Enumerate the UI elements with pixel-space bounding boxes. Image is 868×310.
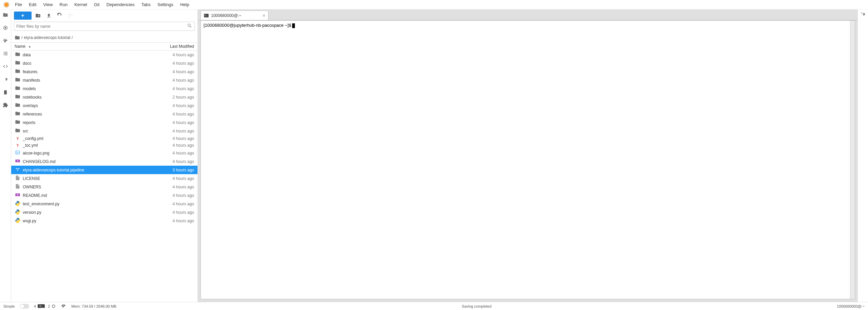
left-sidebar xyxy=(0,9,11,302)
menu-run[interactable]: Run xyxy=(56,1,71,8)
file-row[interactable]: elyra-aidevsecops-tutorial.pipeline3 hou… xyxy=(11,166,197,174)
file-row[interactable]: LICENSE4 hours ago xyxy=(11,174,197,183)
menu-edit[interactable]: Edit xyxy=(25,1,40,8)
menu-git[interactable]: Git xyxy=(91,1,103,8)
file-modified: 4 hours ago xyxy=(150,120,194,125)
file-modified: 4 hours ago xyxy=(150,78,194,83)
file-browser: + / elyra-aidevsecops-tutorial / Name ▲ xyxy=(11,9,198,302)
file-modified: 4 hours ago xyxy=(150,136,194,141)
file-name: CHANGELOG.md xyxy=(23,159,150,164)
status-message: Saving completed xyxy=(462,304,491,308)
file-row[interactable]: references4 hours ago xyxy=(11,110,197,118)
terminal[interactable]: [1000680000@jupyterhub-nb-pacospace ~]$ xyxy=(201,21,850,299)
text-icon xyxy=(15,175,21,182)
file-name: test_environment.py xyxy=(23,202,150,206)
file-name: version.py xyxy=(23,210,150,215)
file-modified: 4 hours ago xyxy=(150,103,194,108)
tab-bar: 1000680000@:~ × xyxy=(198,9,858,20)
file-name: wsgi.py xyxy=(23,219,150,223)
upload-icon[interactable] xyxy=(44,12,53,20)
file-row[interactable]: version.py4 hours ago xyxy=(11,208,197,216)
file-row[interactable]: data4 hours ago xyxy=(11,50,197,59)
file-name: _config.yml xyxy=(23,136,150,141)
file-row[interactable]: manifests4 hours ago xyxy=(11,76,197,84)
file-row[interactable]: aicoe-logo.png4 hours ago xyxy=(11,149,197,157)
file-row[interactable]: test_environment.py4 hours ago xyxy=(11,200,197,208)
file-row[interactable]: overlays4 hours ago xyxy=(11,101,197,110)
file-modified: 4 hours ago xyxy=(150,61,194,66)
folder-icon xyxy=(15,51,21,58)
file-row[interactable]: wsgi.py4 hours ago xyxy=(11,216,197,225)
menu-file[interactable]: File xyxy=(12,1,25,8)
svg-text:M: M xyxy=(17,160,19,162)
file-name: aicoe-logo.png xyxy=(23,151,150,156)
git-status-icon[interactable] xyxy=(61,304,67,309)
new-launcher-button[interactable]: + xyxy=(14,12,32,20)
code-icon[interactable] xyxy=(2,63,9,70)
tab-title: 1000680000@:~ xyxy=(211,13,241,18)
file-name: data xyxy=(23,53,150,57)
filter-input[interactable] xyxy=(16,24,187,29)
menu-dependencies[interactable]: Dependencies xyxy=(103,1,138,8)
md-icon: M xyxy=(15,192,21,199)
menu-tabs[interactable]: Tabs xyxy=(138,1,154,8)
file-row[interactable]: notebooks2 hours ago xyxy=(11,93,197,101)
git-icon[interactable] xyxy=(2,37,9,44)
folder-icon xyxy=(15,128,21,134)
svg-rect-1 xyxy=(5,27,6,28)
refresh-icon[interactable] xyxy=(55,12,64,20)
clipboard-icon[interactable] xyxy=(2,89,9,96)
folder-icon xyxy=(15,94,21,100)
breadcrumb-folder[interactable]: elyra-aidevsecops-tutorial xyxy=(24,35,70,40)
settings-icon[interactable] xyxy=(2,76,9,83)
property-inspector-icon[interactable] xyxy=(860,12,866,18)
svg-point-16 xyxy=(52,305,55,308)
folder-icon[interactable] xyxy=(2,12,9,18)
terminal-scrollbar[interactable] xyxy=(850,21,855,299)
menu-settings[interactable]: Settings xyxy=(154,1,177,8)
file-row[interactable]: MREADME.md4 hours ago xyxy=(11,191,197,200)
breadcrumb[interactable]: / elyra-aidevsecops-tutorial / xyxy=(11,33,197,42)
file-modified: 4 hours ago xyxy=(150,210,194,215)
terminals-count: 4 xyxy=(34,304,36,308)
column-name[interactable]: Name ▲ xyxy=(15,44,150,49)
file-row[interactable]: features4 hours ago xyxy=(11,67,197,76)
file-list-header: Name ▲ Last Modified xyxy=(11,42,197,50)
svg-point-10 xyxy=(19,168,20,169)
menu-kernel[interactable]: Kernel xyxy=(71,1,91,8)
file-modified: 4 hours ago xyxy=(150,69,194,74)
sort-asc-icon: ▲ xyxy=(28,45,31,48)
md-icon: M xyxy=(15,158,21,165)
file-row[interactable]: models4 hours ago xyxy=(11,84,197,93)
column-modified[interactable]: Last Modified xyxy=(150,44,194,49)
menu-help[interactable]: Help xyxy=(177,1,193,8)
git-pull-icon[interactable] xyxy=(66,12,75,20)
file-modified: 4 hours ago xyxy=(150,176,194,181)
new-folder-icon[interactable] xyxy=(34,12,42,20)
file-row[interactable]: docs4 hours ago xyxy=(11,59,197,67)
folder-icon xyxy=(15,85,21,92)
terminal-prompt: [1000680000@jupyterhub-nb-pacospace ~]$ xyxy=(204,23,292,28)
menu-bar: FileEditViewRunKernelGitDependenciesTabs… xyxy=(0,0,868,9)
file-name: LICENSE xyxy=(23,176,150,181)
file-row[interactable]: MCHANGELOG.md4 hours ago xyxy=(11,157,197,166)
menu-view[interactable]: View xyxy=(40,1,56,8)
simple-toggle[interactable] xyxy=(20,304,29,309)
file-row[interactable]: OWNERS4 hours ago xyxy=(11,183,197,191)
extensions-icon[interactable] xyxy=(2,102,9,108)
yaml-icon: Y xyxy=(15,143,21,148)
toc-icon[interactable] xyxy=(2,50,9,57)
close-icon[interactable]: × xyxy=(263,13,265,18)
folder-icon xyxy=(15,77,21,83)
breadcrumb-root[interactable]: / xyxy=(21,35,22,40)
file-name: notebooks xyxy=(23,95,150,100)
file-row[interactable]: Y_config.yml4 hours ago xyxy=(11,135,197,142)
file-row[interactable]: reports4 hours ago xyxy=(11,118,197,127)
file-name: models xyxy=(23,86,150,91)
file-row[interactable]: src4 hours ago xyxy=(11,127,197,135)
folder-icon xyxy=(15,111,21,117)
running-icon[interactable] xyxy=(2,24,9,31)
tab-terminal[interactable]: 1000680000@:~ × xyxy=(201,11,268,20)
file-row[interactable]: Y_toc.yml4 hours ago xyxy=(11,142,197,149)
file-modified: 4 hours ago xyxy=(150,112,194,117)
